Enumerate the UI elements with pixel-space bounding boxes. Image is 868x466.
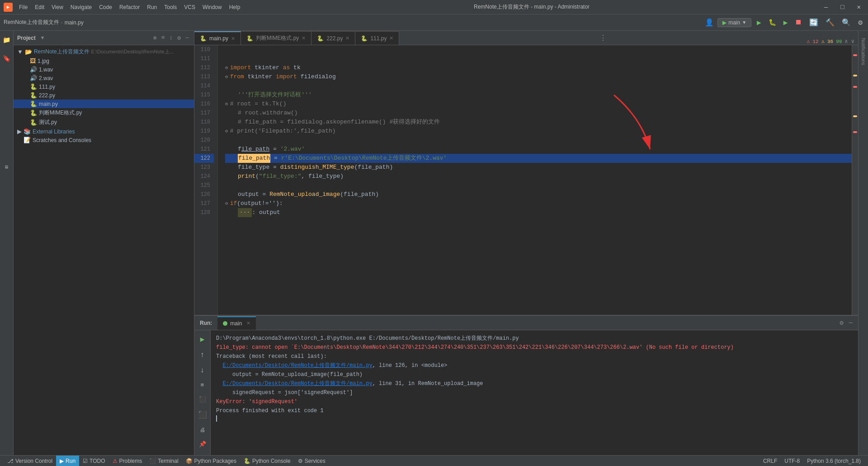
- status-line-ending[interactable]: CRLF: [760, 458, 781, 464]
- settings-button[interactable]: ⚙: [856, 17, 864, 28]
- tree-scratches[interactable]: 📝 Scratches and Consoles: [14, 136, 194, 144]
- run-print-btn[interactable]: 🖨: [199, 426, 206, 434]
- gutter-error-1: [853, 54, 857, 56]
- run-pin-btn[interactable]: 📌: [198, 440, 207, 449]
- menu-navigate[interactable]: Navigate: [68, 3, 94, 11]
- output-link-2[interactable]: E:/Documents/Desktop/RemNote上传音频文件/main.…: [222, 380, 372, 387]
- tab-mainpy[interactable]: 🐍 main.py ✕: [194, 31, 241, 45]
- run-tabs-bar: Run: main ✕ ⚙ —: [194, 316, 858, 330]
- panel-locate-icon[interactable]: ⊕: [152, 33, 158, 43]
- menu-window[interactable]: Window: [200, 3, 225, 11]
- menu-view[interactable]: View: [49, 3, 66, 11]
- run-coverage-button[interactable]: ▶: [782, 17, 790, 28]
- maximize-button[interactable]: □: [837, 3, 848, 12]
- run-scroll-top-btn[interactable]: ≡: [200, 381, 205, 390]
- panel-expand-icon[interactable]: ≡: [160, 33, 166, 43]
- run-panel-minimize-icon[interactable]: —: [847, 318, 854, 328]
- menu-tools[interactable]: Tools: [161, 3, 179, 11]
- bookmarks-icon[interactable]: 🔖: [1, 53, 12, 64]
- tree-external-libs[interactable]: ▶ 📚 External Libraries: [14, 127, 194, 136]
- run-button[interactable]: ▶: [755, 17, 763, 28]
- file-testpy[interactable]: 🐍 测试.py: [14, 118, 194, 127]
- tab-111py-close[interactable]: ✕: [389, 35, 393, 41]
- status-python-version[interactable]: Python 3.6 (torch_1.8): [803, 458, 864, 464]
- search-button[interactable]: 🔍: [840, 17, 853, 28]
- file-judgemimepy[interactable]: 🐍 判断MIME格式.py: [14, 108, 194, 118]
- fold-icon-113[interactable]: ⊖: [225, 72, 228, 81]
- file-2wav[interactable]: 🔊 2.wav: [14, 74, 194, 82]
- menu-file[interactable]: File: [16, 3, 30, 11]
- build-button[interactable]: 🔨: [824, 17, 836, 28]
- root-arrow-icon: ▼: [17, 48, 23, 55]
- fold-icon-127[interactable]: ⊖: [225, 199, 228, 208]
- output-line-7: signedRequest = json['signedRequest']: [216, 388, 853, 397]
- fold-icon-119[interactable]: ⊖: [225, 127, 228, 136]
- var-output2: output: [241, 199, 262, 208]
- status-version-control[interactable]: ⎇ Version Control: [4, 456, 56, 466]
- status-problems[interactable]: ⚠ Problems: [109, 456, 146, 466]
- run-start-btn[interactable]: ▶: [199, 334, 206, 345]
- file-mainpy[interactable]: 🐍 main.py: [14, 100, 194, 108]
- ellipsis-128: ···: [238, 208, 252, 217]
- rerun-button[interactable]: 🔄: [807, 17, 820, 28]
- menu-code[interactable]: Code: [96, 3, 115, 11]
- run-stop2-btn[interactable]: ⬛: [197, 409, 208, 420]
- fold-icon-112[interactable]: ⊖: [225, 63, 228, 72]
- tab-mainpy-close[interactable]: ✕: [231, 36, 235, 42]
- status-python-packages[interactable]: 📦 Python Packages: [182, 456, 240, 466]
- project-icon[interactable]: 📁: [1, 34, 12, 46]
- run-scroll-btn[interactable]: ⬛: [198, 395, 207, 404]
- run-stop-btn[interactable]: ↓: [199, 366, 206, 376]
- menu-help[interactable]: Help: [226, 3, 243, 11]
- code-line-112: ⊖ import tkinter as tk: [225, 63, 852, 72]
- mod-tkinter: tkinter: [255, 63, 279, 72]
- file-111py[interactable]: 🐍 111.py: [14, 82, 194, 91]
- status-terminal[interactable]: ⬛ Terminal: [146, 456, 182, 466]
- status-todo[interactable]: ☑ TODO: [79, 456, 108, 466]
- status-run[interactable]: ▶ Run: [56, 456, 79, 466]
- status-python-console[interactable]: 🐍 Python Console: [240, 456, 294, 466]
- terminal-icon: ⬛: [149, 458, 156, 464]
- debug-button[interactable]: 🐛: [767, 18, 778, 27]
- run-tab-main-close[interactable]: ✕: [246, 320, 250, 326]
- structure-icon[interactable]: ≡: [3, 162, 10, 173]
- minimize-button[interactable]: —: [821, 3, 831, 12]
- tab-mymimepy[interactable]: 🐍 判断MIME格式.py ✕: [241, 31, 311, 45]
- output-link-1[interactable]: E:/Documents/Desktop/RemNote上传音频文件/main.…: [222, 362, 372, 369]
- tab-222py-close[interactable]: ✕: [345, 35, 349, 41]
- panel-collapse-icon[interactable]: ↕: [168, 33, 175, 43]
- status-services[interactable]: ⚙ Services: [294, 456, 329, 466]
- error-count: 12: [812, 39, 818, 44]
- file-1jpg[interactable]: 🖼 1.jpg: [14, 57, 194, 65]
- run-panel-settings-icon[interactable]: ⚙: [838, 318, 845, 328]
- title-bar: ▶ File Edit View Navigate Code Refactor …: [0, 0, 868, 14]
- editor-actions-icon[interactable]: ∧ ∨: [844, 38, 854, 45]
- breadcrumb-file[interactable]: main.py: [65, 19, 84, 26]
- code-editor[interactable]: 110 111 112 113 114 115 116 117 118 119 …: [194, 45, 858, 315]
- tab-mymimepy-close[interactable]: ✕: [302, 35, 306, 41]
- file-1wav[interactable]: 🔊 1.wav: [14, 65, 194, 74]
- output-code-2: signedRequest = json['signedRequest']: [229, 390, 353, 396]
- breadcrumb-project[interactable]: RemNote上传音频文件: [4, 19, 59, 26]
- code-content[interactable]: ⊖ import tkinter as tk ⊖ from tkinter: [218, 45, 852, 315]
- fold-icon-116[interactable]: ⊖: [225, 100, 228, 109]
- run-rerun-btn[interactable]: ↑: [199, 350, 206, 360]
- stop-button[interactable]: ⏹: [793, 17, 804, 28]
- file-222py[interactable]: 🐍 222.py: [14, 91, 194, 100]
- tree-root[interactable]: ▼ 📂 RemNote上传音频文件 E:\Documents\Desktop\R…: [14, 47, 194, 57]
- close-button[interactable]: ✕: [854, 2, 864, 12]
- project-dropdown-icon[interactable]: ▼: [41, 35, 44, 41]
- tabs-more-button[interactable]: ⋮: [596, 33, 610, 43]
- tab-222py[interactable]: 🐍 222.py ✕: [311, 31, 355, 45]
- notifications-label[interactable]: Notifications: [860, 34, 867, 69]
- panel-settings-icon[interactable]: ⚙: [176, 33, 182, 43]
- tab-111py[interactable]: 🐍 111.py ✕: [355, 31, 399, 45]
- run-tab-main[interactable]: main ✕: [217, 316, 256, 330]
- menu-vcs[interactable]: VCS: [181, 3, 198, 11]
- menu-run[interactable]: Run: [144, 3, 160, 11]
- run-config-selector[interactable]: ▶ main ▼: [717, 18, 751, 27]
- panel-close-icon[interactable]: —: [184, 33, 190, 43]
- menu-refactor[interactable]: Refactor: [117, 3, 142, 11]
- status-encoding[interactable]: UTF-8: [781, 458, 803, 464]
- menu-edit[interactable]: Edit: [32, 3, 47, 11]
